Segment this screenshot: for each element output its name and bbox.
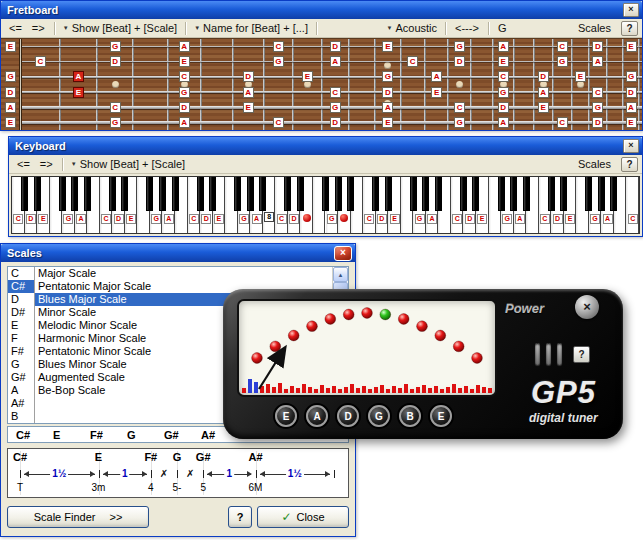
fretboard-note[interactable]: E — [5, 41, 16, 52]
root-note-item[interactable]: G# — [8, 371, 34, 384]
previous-beat-button[interactable]: <= — [5, 21, 26, 35]
fretboard-note[interactable]: A — [243, 87, 254, 98]
piano-black-key[interactable] — [121, 177, 128, 211]
tuner-help-button[interactable]: ? — [573, 346, 590, 363]
fretboard-note[interactable]: D — [243, 71, 254, 82]
fretboard-note[interactable]: C — [592, 87, 603, 98]
piano-black-key[interactable] — [209, 177, 216, 211]
close-button[interactable]: ✓ Close — [257, 506, 349, 528]
fretboard-note[interactable]: E — [382, 117, 393, 128]
fretboard-note[interactable]: C — [454, 102, 465, 113]
piano-black-key[interactable] — [322, 177, 329, 211]
fretboard-note[interactable]: C — [35, 56, 46, 67]
root-note-item[interactable]: D — [8, 293, 34, 306]
fretboard-note[interactable]: E — [382, 41, 393, 52]
scales-close-button[interactable]: × — [334, 246, 352, 261]
fretboard-note[interactable]: C — [179, 71, 190, 82]
fretboard-note[interactable]: G — [110, 41, 121, 52]
fretboard-note[interactable]: G — [592, 102, 603, 113]
fretboard-beat-note[interactable]: A — [73, 71, 84, 82]
fretboard-note[interactable]: C — [273, 117, 284, 128]
root-note-item[interactable]: A — [8, 384, 34, 397]
piano-black-key[interactable] — [347, 177, 354, 211]
fretboard-note[interactable]: E — [626, 41, 637, 52]
piano-white-key[interactable] — [626, 177, 639, 233]
root-note-item[interactable]: G — [8, 358, 34, 371]
piano-black-key[interactable] — [71, 177, 78, 211]
scales-help-button[interactable]: ? — [228, 506, 252, 528]
piano-black-key[interactable] — [523, 177, 530, 211]
fretboard-note[interactable]: D — [330, 117, 341, 128]
piano-black-key[interactable] — [34, 177, 41, 211]
tuner-window[interactable]: Power × ? GP5 digital tuner EADGBE — [223, 289, 623, 439]
fretboard-note[interactable]: G — [557, 56, 568, 67]
fretboard-note[interactable]: C — [330, 87, 341, 98]
fretboard-note[interactable]: E — [626, 117, 637, 128]
fretboard-titlebar[interactable]: Fretboard × — [1, 1, 642, 19]
fretboard-note[interactable]: G — [179, 87, 190, 98]
piano-black-key[interactable] — [297, 177, 304, 211]
scroll-up-button[interactable]: ▲ — [333, 267, 348, 282]
string-spread-button[interactable]: <---> — [451, 21, 483, 35]
fretboard-note[interactable]: G — [454, 41, 465, 52]
fretboard-note[interactable]: G — [626, 71, 637, 82]
piano-black-key[interactable] — [560, 177, 567, 211]
fretboard-surface[interactable]: EGACDEGACDECDEGACDEGAGACDEGACDEGDEGACDEG… — [1, 38, 642, 130]
scales-button[interactable]: Scales — [574, 21, 615, 35]
fretboard-note[interactable]: E — [538, 102, 549, 113]
root-note-item[interactable]: E — [8, 319, 34, 332]
fretboard-note[interactable]: D — [592, 117, 603, 128]
piano-black-key[interactable] — [422, 177, 429, 211]
piano-black-key[interactable] — [435, 177, 442, 211]
name-mode-menu[interactable]: ▼ Name for [Beat] + [...] — [191, 21, 311, 35]
fretboard-note[interactable]: D — [538, 71, 549, 82]
fretboard-note[interactable]: D — [110, 56, 121, 67]
fretboard-note[interactable]: A — [330, 56, 341, 67]
root-note-item[interactable]: C# — [8, 280, 34, 293]
help-button[interactable]: ? — [621, 21, 638, 36]
piano-black-key[interactable] — [21, 177, 28, 211]
fretboard-note[interactable]: D — [454, 56, 465, 67]
piano-black-key[interactable] — [234, 177, 241, 211]
fretboard-note[interactable]: E — [243, 102, 254, 113]
fretboard-note[interactable]: G — [110, 117, 121, 128]
piano-black-key[interactable] — [410, 177, 417, 211]
tuner-string-button[interactable]: G — [368, 405, 390, 427]
root-note-item[interactable]: F — [8, 332, 34, 345]
previous-beat-button[interactable]: <= — [13, 157, 34, 171]
fretboard-note[interactable]: D — [626, 87, 637, 98]
scale-finder-button[interactable]: Scale Finder >> — [7, 506, 149, 528]
piano-black-key[interactable] — [197, 177, 204, 211]
piano-black-key[interactable] — [84, 177, 91, 211]
fretboard-note[interactable]: G — [5, 71, 16, 82]
fretboard-note[interactable]: C — [557, 41, 568, 52]
piano-black-key[interactable] — [109, 177, 116, 211]
root-note-item[interactable]: B — [8, 410, 34, 423]
fretboard-note[interactable]: A — [179, 117, 190, 128]
piano-black-key[interactable] — [146, 177, 153, 211]
fretboard-note[interactable]: A — [498, 41, 509, 52]
fretboard-note[interactable]: C — [498, 71, 509, 82]
root-note-item[interactable]: D# — [8, 306, 34, 319]
fretboard-note[interactable]: G — [330, 102, 341, 113]
fretboard-note[interactable]: D — [382, 87, 393, 98]
fretboard-note[interactable]: A — [538, 87, 549, 98]
fretboard-note[interactable]: E — [575, 71, 586, 82]
piano-black-key[interactable] — [498, 177, 505, 211]
fretboard-note[interactable]: A — [592, 56, 603, 67]
scales-titlebar[interactable]: Scales × — [1, 244, 355, 262]
fretboard-note[interactable]: C — [273, 41, 284, 52]
piano-black-key[interactable] — [172, 177, 179, 211]
fretboard-note[interactable]: E — [179, 56, 190, 67]
fretboard-note[interactable]: D — [592, 41, 603, 52]
fretboard-note[interactable]: G — [454, 117, 465, 128]
scales-button[interactable]: Scales — [574, 157, 615, 171]
tuner-string-button[interactable]: B — [399, 405, 421, 427]
fretboard-note[interactable]: A — [626, 102, 637, 113]
fretboard-note[interactable]: G — [498, 87, 509, 98]
show-mode-menu[interactable]: ▼ Show [Beat] + [Scale] — [68, 157, 188, 171]
fretboard-note[interactable]: A — [382, 102, 393, 113]
fretboard-close-button[interactable]: × — [623, 3, 639, 17]
tuner-string-button[interactable]: E — [275, 405, 297, 427]
fretboard-note[interactable]: C — [110, 102, 121, 113]
